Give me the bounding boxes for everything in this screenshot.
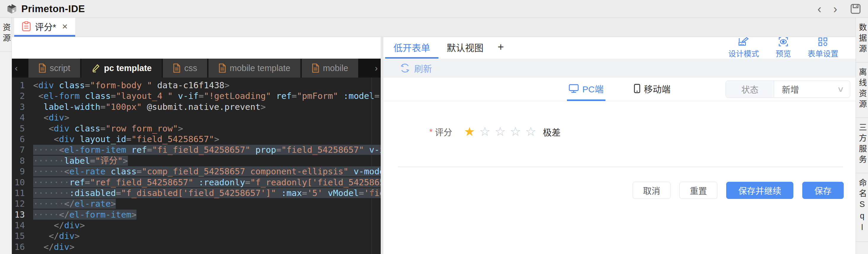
design-mode-button[interactable]: 设计模式	[720, 37, 767, 59]
line-number: 12	[12, 198, 33, 209]
form-preview-panel: 低开表单 默认视图 + 设计模式	[383, 37, 856, 254]
right-sidebar: 数据源 离线资源 三方服务 命名Sql	[856, 18, 868, 254]
status-select[interactable]: 新增 ∨	[774, 81, 850, 97]
editor-tab-css[interactable]: css	[163, 59, 207, 77]
editor-tab-mobile-template[interactable]: mobile template	[209, 59, 301, 77]
line-number: 16	[12, 242, 33, 252]
code-line: 3 label-width="100px" @submit.native.pre…	[12, 101, 381, 112]
star-empty-icon[interactable]: ☆	[495, 126, 506, 138]
editor-tab-pc-template[interactable]: pc template	[82, 59, 162, 77]
app-window: Primeton-IDE ‹ › 资源	[0, 0, 868, 254]
rating-stars[interactable]: ★☆☆☆☆	[464, 126, 536, 138]
tab-pc-view[interactable]: PC端	[567, 77, 606, 101]
monitor-icon	[569, 84, 579, 93]
star-filled-icon[interactable]: ★	[464, 126, 475, 138]
star-empty-icon[interactable]: ☆	[525, 126, 536, 138]
form-canvas: * 评分 ★☆☆☆☆ 极差 取消 重置 保存并继续 保存	[383, 101, 856, 254]
preview-label: 预览	[776, 47, 791, 59]
save-and-continue-button[interactable]: 保存并继续	[726, 182, 794, 199]
tab-mobile-view[interactable]: 移动端	[632, 77, 672, 101]
line-number: 17	[12, 252, 33, 254]
preview-icon	[778, 37, 789, 46]
reset-button[interactable]: 重置	[679, 182, 717, 199]
nav-back-icon[interactable]: ‹	[811, 1, 827, 17]
tab-pc-label: PC端	[582, 82, 603, 95]
tab-lowcode-form[interactable]: 低开表单	[385, 37, 438, 59]
line-number: 13	[12, 209, 33, 220]
line-number: 6	[12, 134, 33, 145]
device-tab-row: PC端 移动端 状态 新增	[383, 77, 856, 101]
editor-tab-label: script	[50, 63, 70, 73]
panel-splitter[interactable]	[381, 37, 383, 254]
code-line: 15 </div>	[12, 231, 381, 241]
save-icon[interactable]	[850, 3, 862, 15]
cancel-button[interactable]: 取消	[633, 182, 671, 199]
rating-field-row: * 评分 ★☆☆☆☆ 极差	[383, 123, 856, 141]
code-line: 8······label="评分">	[12, 155, 381, 166]
refresh-label: 刷新	[414, 62, 432, 74]
sidebar-item-label: 资源	[1, 23, 10, 44]
nav-forward-icon[interactable]: ›	[828, 1, 843, 17]
line-number: 14	[12, 220, 33, 231]
code-line: 14 </div>	[12, 220, 381, 231]
sidebar-item-datasource[interactable]: 数据源	[856, 18, 868, 62]
code-line: 10·······ref="ref_field_54258657" :reado…	[12, 177, 381, 188]
document-tab-label: 评分*	[35, 20, 56, 33]
add-view-button[interactable]: +	[492, 37, 510, 59]
sidebar-item-third-party-services[interactable]: 三方服务	[856, 118, 868, 173]
refresh-toolbar: 刷新	[383, 59, 856, 77]
close-icon[interactable]: ×	[62, 21, 68, 32]
code-area[interactable]: 1<div class="form-body " data-c16f1438>2…	[12, 77, 381, 254]
preview-button[interactable]: 预览	[767, 37, 799, 59]
document-tab-strip: 评分* ×	[12, 18, 856, 37]
star-empty-icon[interactable]: ☆	[479, 126, 491, 138]
refresh-button[interactable]: 刷新	[400, 62, 432, 74]
rating-text: 极差	[543, 125, 561, 138]
code-line: 9······<el-rate class="comp_field_542586…	[12, 166, 381, 177]
line-number: 10	[12, 177, 33, 188]
star-empty-icon[interactable]: ☆	[510, 126, 521, 138]
sidebar-item-label: 数据源	[858, 23, 867, 55]
code-line: 2 <el-form class="layout_4 " v-if="!getL…	[12, 91, 381, 101]
sidebar-item-resources[interactable]: 资源	[0, 18, 11, 52]
code-line: 13·····</el-form-item>	[12, 209, 381, 220]
line-number: 7	[12, 145, 33, 155]
line-number: 15	[12, 231, 33, 241]
line-number: 2	[12, 91, 33, 101]
code-line: 12······</el-rate>	[12, 198, 381, 209]
phone-icon	[634, 84, 640, 93]
editor-tab-script[interactable]: script	[28, 59, 80, 77]
save-button[interactable]: 保存	[802, 182, 844, 199]
tab-mobile-label: 移动端	[644, 82, 671, 95]
sidebar-item-named-sql[interactable]: 命名Sql	[856, 173, 868, 242]
code-line: 17 </el-form>	[12, 252, 381, 254]
chevron-down-icon: ∨	[837, 85, 845, 94]
clipboard-icon	[22, 21, 31, 31]
design-mode-label: 设计模式	[728, 47, 759, 59]
sidebar-item-label: 离线资源	[858, 68, 867, 110]
sidebar-item-label: 三方服务	[858, 123, 867, 166]
code-line: 4 <div>	[12, 112, 381, 123]
editor-panel: ‹ scriptpc templatecssmobile templatemob…	[12, 37, 381, 254]
editor-tab-label: mobile	[323, 63, 348, 73]
line-number: 4	[12, 112, 33, 123]
status-control: 状态 新增 ∨	[725, 81, 850, 98]
form-settings-button[interactable]: 表单设置	[799, 37, 847, 59]
sidebar-item-offline-resources[interactable]: 离线资源	[856, 62, 868, 118]
document-tab-rating[interactable]: 评分* ×	[14, 18, 75, 37]
line-number: 9	[12, 166, 33, 177]
tab-scroll-left-icon[interactable]: ‹	[12, 59, 21, 77]
editor-tab-bar: ‹ scriptpc templatecssmobile templatemob…	[12, 59, 381, 77]
app-title: Primeton-IDE	[21, 3, 85, 14]
editor-tab-label: mobile template	[230, 63, 290, 73]
left-sidebar: 资源	[0, 18, 12, 254]
tab-default-view[interactable]: 默认视图	[438, 37, 492, 59]
tab-scroll-right-icon[interactable]: ›	[372, 59, 381, 77]
primeton-logo-icon	[6, 4, 17, 14]
code-line: 7·····<el-form-item ref="fi_field_542586…	[12, 145, 381, 155]
refresh-icon	[400, 63, 410, 73]
status-field-label: 状态	[726, 81, 774, 97]
editor-tab-mobile[interactable]: mobile	[302, 59, 358, 77]
code-line: 11·······:disabled="f_disabled['field_54…	[12, 188, 381, 198]
status-select-value: 新增	[782, 83, 799, 95]
